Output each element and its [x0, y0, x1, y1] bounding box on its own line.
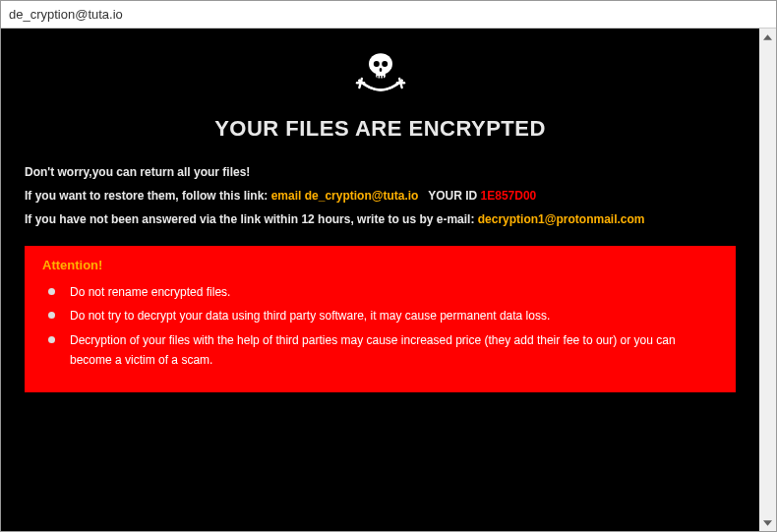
svg-point-2 [373, 61, 379, 67]
attention-title: Attention! [42, 258, 718, 272]
your-id-label: YOUR ID [418, 189, 480, 203]
svg-point-4 [379, 68, 382, 72]
info-line-3: If you have not been answered via the li… [25, 210, 736, 228]
svg-rect-7 [382, 76, 383, 79]
line3-prefix: If you have not been answered via the li… [25, 212, 478, 226]
contact-email-secondary: decryption1@protonmail.com [478, 212, 645, 226]
window-title: de_cryption@tuta.io [9, 7, 123, 22]
scroll-up-icon[interactable] [761, 30, 774, 43]
vertical-scrollbar[interactable] [759, 29, 776, 531]
main-content: YOUR FILES ARE ENCRYPTED Don't worry,you… [1, 29, 759, 531]
page-title: YOUR FILES ARE ENCRYPTED [25, 116, 736, 142]
ransom-window: de_cryption@tuta.io [0, 0, 777, 532]
attention-box: Attention! Do not rename encrypted files… [25, 246, 736, 392]
list-item: Do not try to decrypt your data using th… [70, 306, 718, 325]
contact-email-primary: email de_cryption@tuta.io [271, 189, 419, 203]
info-line-2: If you want to restore them, follow this… [25, 187, 736, 205]
victim-id: 1E857D00 [481, 189, 537, 203]
attention-list: Do not rename encrypted files. Do not tr… [42, 282, 718, 371]
list-item: Do not rename encrypted files. [70, 282, 718, 302]
line2-prefix: If you want to restore them, follow this… [25, 189, 271, 203]
scroll-down-icon[interactable] [761, 516, 774, 529]
list-item: Decryption of your files with the help o… [70, 330, 718, 371]
titlebar[interactable]: de_cryption@tuta.io [1, 1, 776, 29]
skull-swords-icon [350, 46, 411, 108]
content-area: YOUR FILES ARE ENCRYPTED Don't worry,you… [1, 29, 776, 531]
skull-wrap [25, 46, 736, 108]
svg-rect-5 [377, 76, 378, 79]
svg-point-3 [382, 61, 388, 67]
info-line-1: Don't worry,you can return all your file… [25, 163, 736, 181]
svg-rect-6 [380, 76, 381, 79]
